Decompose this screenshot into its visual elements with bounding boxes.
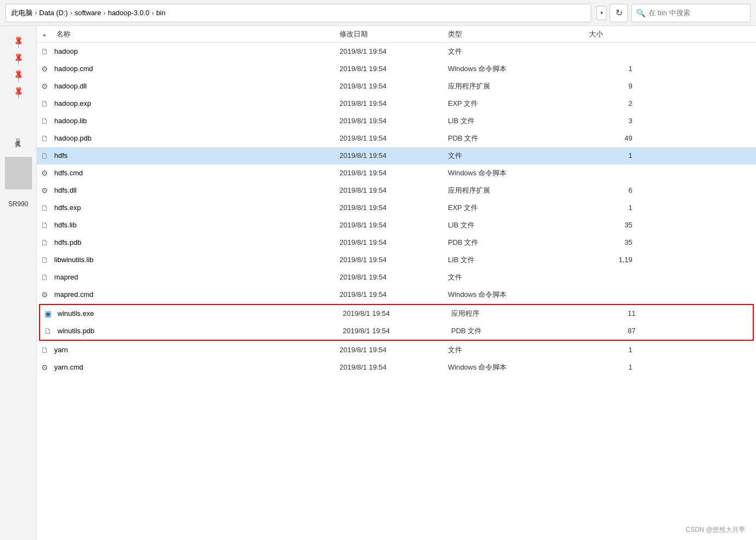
table-row[interactable]: 🗋 hadoop.pdb 2019/8/1 19:54 PDB 文件 49 <box>37 130 756 147</box>
breadcrumb-item-software[interactable]: software <box>74 9 101 17</box>
pin-icon-3[interactable]: 📌 <box>11 68 26 84</box>
file-name: hdfs.dll <box>52 186 339 194</box>
file-date: 2019/8/1 19:54 <box>339 256 448 264</box>
table-row[interactable]: ⚙ mapred.cmd 2019/8/1 19:54 Windows 命令脚本 <box>37 286 756 303</box>
table-row[interactable]: ⚙ hadoop.dll 2019/8/1 19:54 应用程序扩展 9 <box>37 78 756 95</box>
breadcrumb-item-hadoop[interactable]: hadoop-3.0.0 <box>108 9 150 17</box>
file-date: 2019/8/1 19:54 <box>339 169 448 177</box>
table-row[interactable]: 🗋 hadoop.lib 2019/8/1 19:54 LIB 文件 3 <box>37 112 756 130</box>
file-list: 🗋 hadoop 2019/8/1 19:54 文件 ⚙ hadoop.cmd … <box>37 43 756 376</box>
breadcrumb-sep-1: › <box>35 9 37 17</box>
breadcrumb-item-pc[interactable]: 此电脑 <box>11 8 33 18</box>
file-icon-cell: ⚙ <box>37 169 52 177</box>
file-icon-cmd: ⚙ <box>41 82 48 91</box>
file-type: 应用程序扩展 <box>448 81 589 91</box>
file-type: 文件 <box>448 151 589 161</box>
table-row[interactable]: 🗋 yarn 2019/8/1 19:54 文件 1 <box>37 341 756 359</box>
file-date: 2019/8/1 19:54 <box>339 204 448 212</box>
breadcrumb-sep-2: › <box>70 9 72 17</box>
file-type: EXP 文件 <box>448 99 589 109</box>
file-icon-generic: 🗋 <box>41 117 48 125</box>
sidebar-bottom-label: SR990 <box>8 200 28 208</box>
file-type: EXP 文件 <box>448 203 589 213</box>
file-name: mapred.cmd <box>52 290 339 298</box>
file-date: 2019/8/1 19:54 <box>339 117 448 125</box>
file-date: 2019/8/1 19:54 <box>339 273 448 281</box>
file-icon-cell: 🗋 <box>37 256 52 264</box>
table-row[interactable]: 🗋 hadoop 2019/8/1 19:54 文件 <box>37 43 756 60</box>
file-size: 1 <box>589 65 643 73</box>
table-row[interactable]: ⚙ hdfs.cmd 2019/8/1 19:54 Windows 命令脚本 <box>37 164 756 182</box>
file-icon-cell: ⚙ <box>37 82 52 91</box>
main-layout: 📌 📌 📌 📌 工具 og SR990 ▲ 名称 修改日期 类型 大小 🗋 ha… <box>0 26 756 540</box>
file-date: 2019/8/1 19:54 <box>339 47 448 55</box>
refresh-button[interactable]: ↻ <box>610 4 628 22</box>
address-bar: 此电脑 › Data (D:) › software › hadoop-3.0.… <box>0 0 756 26</box>
col-header-type[interactable]: 类型 <box>448 29 589 39</box>
file-icon-cell: 🗋 <box>40 327 55 335</box>
breadcrumb-sep-3: › <box>104 9 106 17</box>
file-name: winutils.exe <box>55 309 343 317</box>
table-row[interactable]: 🗋 hadoop.exp 2019/8/1 19:54 EXP 文件 2 <box>37 95 756 112</box>
file-name: winutils.pdb <box>55 327 343 335</box>
file-date: 2019/8/1 19:54 <box>339 151 448 160</box>
sidebar-gray-box <box>5 157 32 189</box>
file-name: hdfs <box>52 151 339 160</box>
file-name: yarn.cmd <box>52 363 339 371</box>
file-name: mapred <box>52 273 339 281</box>
file-type: LIB 文件 <box>448 220 589 230</box>
table-row[interactable]: 🗋 hdfs.exp 2019/8/1 19:54 EXP 文件 1 <box>37 199 756 217</box>
col-header-name[interactable]: 名称 <box>52 29 339 39</box>
col-header-size[interactable]: 大小 <box>589 29 643 39</box>
file-size: 11 <box>592 309 646 317</box>
file-date: 2019/8/1 19:54 <box>339 134 448 142</box>
file-name: hadoop.pdb <box>52 134 339 142</box>
pin-icon-1[interactable]: 📌 <box>11 35 26 50</box>
file-icon-cmd: ⚙ <box>41 186 48 195</box>
file-size: 35 <box>589 238 643 246</box>
file-name: hdfs.pdb <box>52 238 339 246</box>
file-name: hdfs.exp <box>52 204 339 212</box>
file-icon-cmd: ⚙ <box>41 363 48 372</box>
file-date: 2019/8/1 19:54 <box>339 99 448 107</box>
table-row[interactable]: ⚙ hdfs.dll 2019/8/1 19:54 应用程序扩展 6 <box>37 182 756 199</box>
file-date: 2019/8/1 19:54 <box>339 186 448 194</box>
file-type: 应用程序 <box>451 309 592 319</box>
breadcrumb-dropdown-button[interactable]: ▾ <box>597 6 606 20</box>
col-header-date[interactable]: 修改日期 <box>339 29 448 39</box>
table-row[interactable]: 🗋 libwinutils.lib 2019/8/1 19:54 LIB 文件 … <box>37 251 756 269</box>
file-content: ▲ 名称 修改日期 类型 大小 🗋 hadoop 2019/8/1 19:54 … <box>37 26 756 540</box>
sort-arrow: ▲ <box>37 31 52 37</box>
file-type: Windows 命令脚本 <box>448 168 589 178</box>
table-row[interactable]: ⚙ yarn.cmd 2019/8/1 19:54 Windows 命令脚本 1 <box>37 359 756 376</box>
file-icon-cell: ▣ <box>40 309 55 318</box>
file-icon-generic: 🗋 <box>41 273 48 282</box>
file-type: PDB 文件 <box>448 134 589 143</box>
file-icon-cell: 🗋 <box>37 273 52 282</box>
table-row[interactable]: 🗋 mapred 2019/8/1 19:54 文件 <box>37 269 756 286</box>
table-row[interactable]: ▣ winutils.exe 2019/8/1 19:54 应用程序 11 <box>40 305 753 322</box>
file-icon-cmd: ⚙ <box>41 290 48 299</box>
table-row[interactable]: 🗋 hdfs.pdb 2019/8/1 19:54 PDB 文件 35 <box>37 234 756 251</box>
file-date: 2019/8/1 19:54 <box>339 346 448 354</box>
table-row[interactable]: 🗋 winutils.pdb 2019/8/1 19:54 PDB 文件 87 <box>40 322 753 340</box>
search-box: 🔍 <box>631 4 751 22</box>
breadcrumb-sep-4: › <box>152 9 154 17</box>
file-type: 文件 <box>448 345 589 355</box>
breadcrumb-item-drive[interactable]: Data (D:) <box>39 9 68 17</box>
table-row[interactable]: 🗋 hdfs.lib 2019/8/1 19:54 LIB 文件 35 <box>37 217 756 234</box>
file-icon-cell: 🗋 <box>37 204 52 212</box>
file-date: 2019/8/1 19:54 <box>339 363 448 371</box>
file-size: 1 <box>589 346 643 354</box>
pin-icon-4[interactable]: 📌 <box>11 85 26 100</box>
breadcrumb[interactable]: 此电脑 › Data (D:) › software › hadoop-3.0.… <box>5 4 591 22</box>
file-size: 9 <box>589 82 643 90</box>
breadcrumb-item-bin[interactable]: bin <box>156 9 165 17</box>
search-input[interactable] <box>649 9 741 17</box>
file-date: 2019/8/1 19:54 <box>339 65 448 73</box>
file-size: 35 <box>589 221 643 229</box>
file-type: 文件 <box>448 272 589 282</box>
table-row[interactable]: ⚙ hadoop.cmd 2019/8/1 19:54 Windows 命令脚本… <box>37 60 756 78</box>
pin-icon-2[interactable]: 📌 <box>11 52 26 67</box>
table-row[interactable]: 🗋 hdfs 2019/8/1 19:54 文件 1 <box>37 147 756 164</box>
